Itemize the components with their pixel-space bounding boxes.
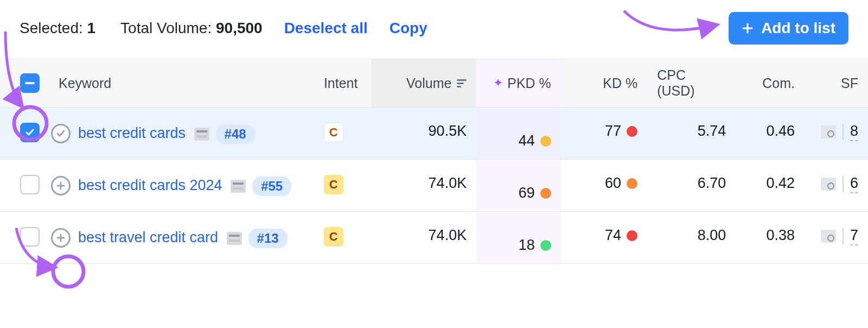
add-to-list-label: Add to list: [761, 20, 835, 37]
col-com-header[interactable]: Com.: [736, 59, 805, 107]
sf-count[interactable]: 6: [850, 175, 858, 193]
sparkle-icon: ✦: [493, 76, 503, 90]
difficulty-dot-icon: [627, 230, 637, 241]
intent-badge[interactable]: C: [324, 123, 343, 142]
volume-cell: 74.0K: [371, 227, 476, 244]
sf-count[interactable]: 8: [850, 123, 858, 141]
copy-link[interactable]: Copy: [390, 20, 427, 37]
table-header: Keyword Intent Volume ✦ PKD % KD % CPC (…: [0, 59, 868, 108]
col-pkd-header[interactable]: ✦ PKD %: [476, 59, 561, 107]
col-sf-header[interactable]: SF: [805, 59, 868, 107]
select-all-checkbox[interactable]: [20, 73, 40, 93]
total-volume-value: 90,500: [216, 20, 263, 36]
pkd-cell: 18: [476, 212, 561, 263]
serp-features-icon[interactable]: [821, 178, 836, 191]
kd-cell: 77: [561, 123, 647, 140]
rank-pill[interactable]: #48: [216, 124, 255, 144]
col-kd-header[interactable]: KD %: [561, 59, 647, 107]
plus-circle-icon[interactable]: [51, 228, 71, 248]
difficulty-dot-icon: [540, 240, 551, 251]
serp-features-icon[interactable]: [821, 230, 836, 243]
selected-count: 1: [87, 20, 96, 36]
volume-cell: 90.5K: [371, 123, 476, 140]
col-intent-header[interactable]: Intent: [314, 59, 371, 107]
table-row: best credit cards 2024 #55C74.0K69606.70…: [0, 160, 868, 212]
row-checkbox[interactable]: [20, 227, 40, 247]
deselect-all-link[interactable]: Deselect all: [284, 20, 368, 37]
table-row: best credit cards #48C90.5K44775.740.468: [0, 108, 868, 160]
kd-cell: 74: [561, 227, 647, 244]
add-to-list-button[interactable]: Add to list: [729, 12, 848, 45]
selected-label: Selected: 1: [20, 20, 95, 37]
serp-snapshot-icon[interactable]: [231, 180, 246, 193]
volume-cell: 74.0K: [371, 175, 476, 192]
sf-count[interactable]: 7: [850, 227, 858, 245]
kd-cell: 60: [561, 175, 647, 192]
com-cell: 0.38: [736, 227, 805, 244]
pkd-cell: 69: [476, 160, 561, 211]
intent-badge[interactable]: C: [324, 175, 343, 194]
keyword-link[interactable]: best credit cards: [78, 125, 186, 141]
rank-pill[interactable]: #55: [252, 176, 291, 196]
difficulty-dot-icon: [627, 126, 637, 137]
serp-snapshot-icon[interactable]: [227, 232, 242, 245]
keyword-link[interactable]: best travel credit card: [78, 229, 218, 245]
row-checkbox[interactable]: [20, 175, 40, 194]
plus-icon: [742, 22, 754, 34]
row-checkbox[interactable]: [20, 123, 40, 142]
cpc-cell: 8.00: [647, 227, 736, 244]
com-cell: 0.46: [736, 123, 805, 140]
table-row: best travel credit card #13C74.0K18748.0…: [0, 212, 868, 264]
total-volume-label: Total Volume: 90,500: [120, 20, 263, 37]
cpc-cell: 6.70: [647, 175, 736, 192]
col-cpc-header[interactable]: CPC (USD): [647, 59, 736, 107]
serp-snapshot-icon[interactable]: [194, 128, 209, 141]
difficulty-dot-icon: [540, 188, 551, 199]
sort-desc-icon: [457, 79, 467, 87]
intent-badge[interactable]: C: [324, 227, 343, 247]
serp-features-icon[interactable]: [821, 125, 836, 138]
difficulty-dot-icon: [627, 178, 637, 189]
col-volume-header[interactable]: Volume: [371, 59, 476, 107]
com-cell: 0.42: [736, 175, 805, 192]
pkd-cell: 44: [476, 108, 561, 159]
table-body: best credit cards #48C90.5K44775.740.468…: [0, 108, 868, 264]
check-circle-icon[interactable]: [51, 124, 71, 143]
rank-pill[interactable]: #13: [248, 229, 288, 248]
difficulty-dot-icon: [540, 136, 551, 147]
cpc-cell: 5.74: [647, 123, 736, 140]
action-bar: Selected: 1 Total Volume: 90,500 Deselec…: [0, 0, 868, 59]
keyword-link[interactable]: best credit cards 2024: [78, 177, 222, 193]
col-keyword-header[interactable]: Keyword: [44, 59, 314, 107]
plus-circle-icon[interactable]: [51, 176, 71, 195]
